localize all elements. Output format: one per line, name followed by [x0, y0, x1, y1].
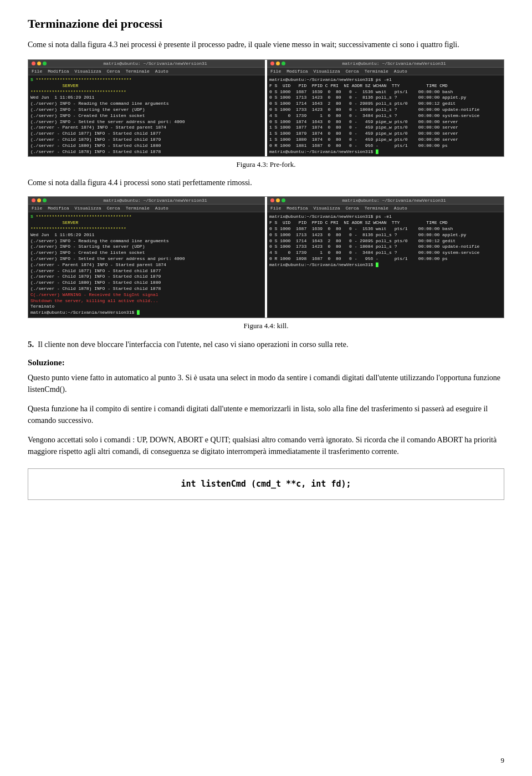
menu-modifica-r2[interactable]: Modifica: [287, 206, 308, 211]
terminal-body-left-2: $ ************************************ S…: [28, 212, 265, 318]
minimize-button-l2[interactable]: [37, 198, 41, 202]
soluzione-heading: Soluzione:: [28, 358, 504, 367]
terminal-body-left-1: $ ************************************ S…: [28, 75, 265, 156]
menu-visualizza[interactable]: Visualizza: [75, 69, 101, 74]
menu-terminale-r2[interactable]: Terminale: [365, 206, 388, 211]
page-number: 9: [501, 756, 505, 765]
section5-heading: 5. Il cliente non deve bloccare l'interf…: [28, 338, 504, 351]
figure-4-3-caption: Figura 4.3: Pre-fork.: [28, 160, 504, 169]
window-title-right-1: matrix@ubuntu: ~/Scrivania/newVersion31: [288, 61, 500, 66]
titlebar-left-1: matrix@ubuntu: ~/Scrivania/newVersion31: [28, 60, 265, 68]
soluzione-paragraph-2: Questa funzione ha il compito di sentire…: [28, 403, 504, 426]
menu-visualizza-l2[interactable]: Visualizza: [75, 206, 101, 211]
minimize-button[interactable]: [37, 62, 41, 65]
close-button-r1[interactable]: [270, 62, 274, 65]
maximize-button[interactable]: [43, 62, 47, 65]
code-text: int listenCmd (cmd_t **c, int fd);: [181, 479, 351, 489]
menu-aiuto-r1[interactable]: Aiuto: [394, 69, 407, 74]
between-figures-text: Come si nota dalla figura 4.4 i processi…: [28, 177, 504, 188]
menu-file-r1[interactable]: File: [270, 69, 281, 74]
section5-text: Il cliente non deve bloccare l'interfacc…: [38, 340, 348, 349]
page-title: Terminazione dei processi: [28, 17, 504, 31]
window-controls-left-2: [32, 198, 47, 202]
menu-file-l2[interactable]: File: [32, 206, 42, 211]
page-content: Terminazione dei processi Come si nota d…: [0, 0, 532, 544]
window-title-right-2: matrix@ubuntu: ~/Scrivania/newVersion31: [288, 198, 500, 203]
window-title-left-1: matrix@ubuntu: ~/Scrivania/newVersion31: [49, 61, 262, 66]
menu-cerca-r1[interactable]: Cerca: [346, 69, 359, 74]
menu-bar-left-2: File Modifica Visualizza Cerca Terminale…: [28, 205, 265, 212]
menu-visualizza-r1[interactable]: Visualizza: [314, 69, 340, 74]
menu-bar-left-1: File Modifica Visualizza Cerca Terminale…: [28, 68, 265, 75]
menu-terminale-r1[interactable]: Terminale: [365, 69, 388, 74]
section5-number: 5.: [28, 340, 34, 349]
terminal-left-2: matrix@ubuntu: ~/Scrivania/newVersion31 …: [28, 197, 265, 318]
intro-paragraph: Come si nota dalla figura 4.3 nei proces…: [28, 39, 504, 50]
window-controls-left-1: [32, 62, 47, 65]
close-button[interactable]: [32, 62, 35, 65]
figure-4-3: matrix@ubuntu: ~/Scrivania/newVersion31 …: [28, 59, 504, 157]
menu-modifica-l2[interactable]: Modifica: [48, 206, 69, 211]
menu-aiuto-r2[interactable]: Aiuto: [394, 206, 407, 211]
menu-modifica-r1[interactable]: Modifica: [287, 69, 308, 74]
maximize-button-r2[interactable]: [282, 198, 285, 202]
menu-file[interactable]: File: [32, 69, 42, 74]
menu-cerca[interactable]: Cerca: [107, 69, 120, 74]
code-block: int listenCmd (cmd_t **c, int fd);: [28, 468, 504, 500]
menu-cerca-r2[interactable]: Cerca: [346, 206, 359, 211]
minimize-button-r2[interactable]: [276, 198, 280, 202]
menu-cerca-l2[interactable]: Cerca: [107, 206, 120, 211]
window-title-left-2: matrix@ubuntu: ~/Scrivania/newVersion31: [49, 198, 262, 203]
menu-file-r2[interactable]: File: [270, 206, 281, 211]
terminal-body-right-2: matrix@ubuntu:~/Scrivania/newVersion31$ …: [267, 212, 504, 269]
menu-terminale[interactable]: Terminale: [126, 69, 150, 74]
menu-modifica[interactable]: Modifica: [48, 69, 69, 74]
figure-4-4-caption: Figura 4.4: kill.: [28, 321, 504, 330]
menu-aiuto-l2[interactable]: Aiuto: [155, 206, 168, 211]
titlebar-right-2: matrix@ubuntu: ~/Scrivania/newVersion31: [267, 197, 504, 205]
menu-bar-right-2: File Modifica Visualizza Cerca Terminale…: [267, 205, 504, 212]
maximize-button-l2[interactable]: [43, 198, 47, 202]
soluzione-paragraph-1: Questo punto viene fatto in automatico a…: [28, 372, 504, 395]
maximize-button-r1[interactable]: [282, 62, 285, 65]
close-button-r2[interactable]: [270, 198, 274, 202]
close-button-l2[interactable]: [32, 198, 35, 202]
window-controls-right-1: [270, 62, 285, 65]
menu-bar-right-1: File Modifica Visualizza Cerca Terminale…: [267, 68, 504, 75]
soluzione-paragraph-3: Vengono accettati solo i comandi : UP, D…: [28, 434, 504, 457]
minimize-button-r1[interactable]: [276, 62, 280, 65]
terminal-body-right-1: matrix@ubuntu:~/Scrivania/newVersion31$ …: [267, 75, 504, 156]
terminal-right-1: matrix@ubuntu: ~/Scrivania/newVersion31 …: [267, 60, 504, 156]
menu-aiuto[interactable]: Aiuto: [155, 69, 168, 74]
titlebar-right-1: matrix@ubuntu: ~/Scrivania/newVersion31: [267, 60, 504, 68]
menu-visualizza-r2[interactable]: Visualizza: [314, 206, 340, 211]
figure-4-4: matrix@ubuntu: ~/Scrivania/newVersion31 …: [28, 196, 504, 318]
titlebar-left-2: matrix@ubuntu: ~/Scrivania/newVersion31: [28, 197, 265, 205]
terminal-right-2: matrix@ubuntu: ~/Scrivania/newVersion31 …: [267, 197, 504, 318]
window-controls-right-2: [270, 198, 285, 202]
terminal-left-1: matrix@ubuntu: ~/Scrivania/newVersion31 …: [28, 60, 265, 156]
menu-terminale-l2[interactable]: Terminale: [126, 206, 150, 211]
